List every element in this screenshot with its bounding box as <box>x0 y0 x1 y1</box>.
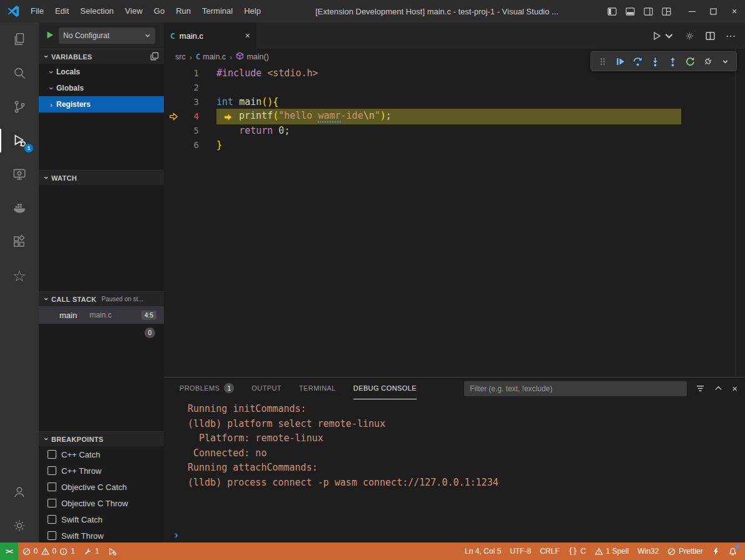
panel-tab-terminal[interactable]: TERMINAL <box>299 378 336 399</box>
checkbox-unchecked-icon[interactable] <box>48 531 56 540</box>
collapse-all-icon[interactable] <box>150 52 159 62</box>
menu-selection[interactable]: Selection <box>74 0 119 22</box>
disconnect-button[interactable] <box>700 53 715 69</box>
toggle-secondary-sidebar-icon[interactable] <box>644 8 653 16</box>
spell-checker-status[interactable]: 1 Spell <box>590 542 634 560</box>
checkbox-unchecked-icon[interactable] <box>48 515 56 524</box>
debug-console-output[interactable]: Running initCommands:(lldb) platform sel… <box>164 399 745 528</box>
sidebar-item-extensions[interactable] <box>0 225 39 259</box>
breakpoint-swift-throw[interactable]: Swift Throw <box>39 528 164 542</box>
toggle-sidebar-icon[interactable] <box>607 8 617 16</box>
sidebar-item-run-debug[interactable]: 1 <box>0 124 39 158</box>
sidebar-item-remote-explorer[interactable] <box>0 158 39 191</box>
debug-options-chevron[interactable] <box>717 53 732 69</box>
maximize-panel-chevron-icon[interactable] <box>714 384 723 393</box>
menu-go[interactable]: Go <box>148 0 170 22</box>
feedback-status[interactable] <box>707 542 724 560</box>
code-text[interactable]: printf("hello wamr-ide\n"); <box>216 109 681 124</box>
eol-status[interactable]: CRLF <box>535 542 564 560</box>
window-title: [Extension Development Host] main.c - te… <box>266 7 607 16</box>
breakpoint-c-throw[interactable]: C++ Throw <box>39 462 164 479</box>
checkbox-unchecked-icon[interactable] <box>48 499 56 508</box>
sidebar-item-search[interactable] <box>0 56 39 90</box>
continue-button[interactable] <box>612 53 627 69</box>
breakpoints-section-header[interactable]: › BREAKPOINTS <box>39 431 164 446</box>
breadcrumb-src[interactable]: src <box>175 52 186 61</box>
step-into-button[interactable] <box>647 53 662 69</box>
variables-item-locals[interactable]: › Locals <box>39 64 164 80</box>
panel-tab-output[interactable]: OUTPUT <box>251 378 281 399</box>
problems-status[interactable]: 0 0 1 <box>18 542 79 560</box>
glyph-margin-current[interactable] <box>164 112 183 121</box>
code-text[interactable]: int main(){ <box>216 95 278 109</box>
close-window-button[interactable]: × <box>724 0 745 22</box>
config-gear-icon[interactable] <box>684 31 695 41</box>
checkbox-unchecked-icon[interactable] <box>48 466 56 475</box>
formatter-status[interactable]: Prettier <box>663 542 707 560</box>
debug-console-input[interactable]: › <box>164 528 745 542</box>
watch-section-header[interactable]: › WATCH <box>39 170 164 185</box>
c-file-icon: C <box>196 52 200 61</box>
stack-frame-row[interactable]: main main.c 4:5 <box>39 306 164 324</box>
step-out-button[interactable] <box>665 53 680 69</box>
split-editor-icon[interactable] <box>705 31 716 41</box>
platform-status[interactable]: Win32 <box>633 542 663 560</box>
start-debug-button[interactable] <box>45 30 55 42</box>
cursor-position[interactable]: Ln 4, Col 5 <box>460 542 505 560</box>
debug-launch-toolbar: No Configurat <box>39 22 164 49</box>
breakpoint-objective-c-catch[interactable]: Objective C Catch <box>39 479 164 495</box>
code-editor[interactable]: 1 #include <stdio.h> 2 3 int main(){ 4 p… <box>164 65 745 377</box>
sidebar-item-explorer[interactable] <box>0 22 39 56</box>
console-filter-lines-icon[interactable] <box>696 384 705 393</box>
restart-button[interactable] <box>682 53 697 69</box>
toolbar-drag-grip[interactable] <box>595 53 610 69</box>
sidebar-item-favorites[interactable]: ☆ <box>0 259 39 292</box>
breadcrumb-symbol[interactable]: main() <box>236 52 268 62</box>
breakpoint-swift-catch[interactable]: Swift Catch <box>39 511 164 528</box>
maximize-button[interactable] <box>702 0 724 22</box>
remote-indicator[interactable]: >< <box>0 542 18 560</box>
minimize-button[interactable] <box>681 0 702 22</box>
variables-section-header[interactable]: › VARIABLES <box>39 49 164 64</box>
checkbox-unchecked-icon[interactable] <box>48 450 56 459</box>
code-text[interactable]: #include <stdio.h> <box>216 66 318 81</box>
sidebar-item-docker[interactable] <box>0 191 39 225</box>
code-text[interactable]: } <box>216 138 222 152</box>
panel-tab-problems[interactable]: PROBLEMS1 <box>180 378 234 399</box>
checkbox-unchecked-icon[interactable] <box>48 482 56 491</box>
encoding-status[interactable]: UTF-8 <box>505 542 535 560</box>
run-file-button[interactable] <box>652 31 674 41</box>
menu-edit[interactable]: Edit <box>49 0 74 22</box>
notifications-bell[interactable] <box>724 542 741 560</box>
variables-item-registers[interactable]: › Registers <box>39 96 164 112</box>
close-panel-icon[interactable]: × <box>732 383 737 394</box>
settings-button[interactable] <box>0 509 39 542</box>
restart-icon <box>685 56 696 67</box>
more-actions-icon[interactable]: ⋯ <box>726 30 736 42</box>
tab-main-c[interactable]: C main.c × <box>164 22 256 49</box>
customize-layout-icon[interactable] <box>662 8 671 16</box>
menu-run[interactable]: Run <box>170 0 196 22</box>
language-mode[interactable]: {} C <box>564 542 590 560</box>
menu-file[interactable]: File <box>25 0 49 22</box>
sidebar-item-source-control[interactable] <box>0 90 39 124</box>
breakpoint-objective-c-throw[interactable]: Objective C Throw <box>39 495 164 511</box>
launch-config-dropdown[interactable]: No Configurat <box>59 28 155 44</box>
panel-tab-debug-console[interactable]: DEBUG CONSOLE <box>353 378 417 399</box>
editor-scrollbar[interactable] <box>736 49 745 377</box>
account-button[interactable] <box>0 475 39 509</box>
step-over-button[interactable] <box>630 53 645 69</box>
menu-terminal[interactable]: Terminal <box>196 0 238 22</box>
tasks-status[interactable]: 1 <box>79 542 104 560</box>
breadcrumb-file[interactable]: C main.c <box>196 52 226 61</box>
debug-status-item[interactable] <box>104 542 121 560</box>
call-stack-section-header[interactable]: › CALL STACK Paused on st... <box>39 291 164 306</box>
close-tab-icon[interactable]: × <box>245 31 250 41</box>
breakpoint-c-catch[interactable]: C++ Catch <box>39 446 164 462</box>
menu-view[interactable]: View <box>119 0 148 22</box>
variables-item-globals[interactable]: › Globals <box>39 80 164 96</box>
code-text[interactable]: return 0; <box>216 124 290 138</box>
menu-help[interactable]: Help <box>238 0 266 22</box>
console-filter-input[interactable] <box>464 381 687 396</box>
toggle-panel-icon[interactable] <box>626 8 635 16</box>
